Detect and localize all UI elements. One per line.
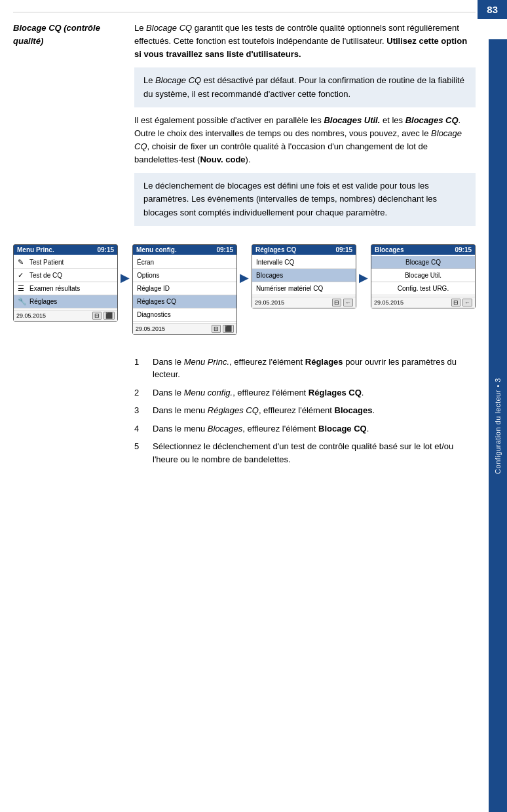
screen-reglages-cq: Réglages CQ 09:15 Intervalle CQ Blocages…	[252, 244, 356, 308]
screen1-item-test-cq[interactable]: ✓ Test de CQ	[14, 269, 117, 282]
screen2-item-ecran[interactable]: Écran	[133, 256, 236, 269]
screen1-body: ✎ Test Patient ✓ Test de CQ ☰ Examen rés…	[14, 255, 117, 310]
screen4-header: Blocages 09:15	[371, 245, 475, 255]
screen1-footer-icon2: ⬛	[103, 312, 115, 320]
screen4-footer-icon-back: ←	[462, 299, 472, 306]
numbered-list: 1 Dans le Menu Princ., effleurez l'éléme…	[0, 345, 489, 466]
examen-icon: ☰	[18, 284, 27, 293]
screen4-footer-icon1: ⊟	[451, 299, 460, 306]
list-item-4: 4 Dans le menu Blocages, effleurez l'élé…	[134, 422, 476, 435]
screen2-footer-icon1: ⊟	[212, 325, 221, 333]
screen3-item-blocages[interactable]: Blocages	[252, 269, 356, 282]
screen1-item-reglages[interactable]: 🔧 Réglages	[14, 295, 117, 308]
list-item-5: 5 Sélectionnez le déclenchement d'un tes…	[134, 440, 476, 466]
info-box-1: Le Blocage CQ est désactivé par défaut. …	[134, 67, 476, 107]
sidebar-label: Configuration du lecteur • 3	[494, 378, 502, 474]
arrow3: ▶	[359, 244, 368, 285]
screen4-body: Blocage CQ Blocage Util. Config. test UR…	[371, 255, 475, 297]
screen2-header: Menu config. 09:15	[133, 245, 236, 255]
screen-menu-princ: Menu Princ. 09:15 ✎ Test Patient ✓ Test …	[13, 244, 118, 322]
arrow2: ▶	[240, 244, 249, 285]
section-row: Blocage CQ (contrôle qualité) Le Blocage…	[0, 12, 489, 232]
screen2-body: Écran Options Réglage ID Réglages CQ Dia…	[133, 255, 236, 323]
list-item-1: 1 Dans le Menu Princ., effleurez l'éléme…	[134, 356, 476, 381]
screens-row: Menu Princ. 09:15 ✎ Test Patient ✓ Test …	[13, 244, 476, 335]
arrow1: ▶	[121, 244, 130, 285]
screen4-item-config-urg[interactable]: Config. test URG.	[371, 282, 475, 295]
screen3-item-intervalle[interactable]: Intervalle CQ	[252, 256, 356, 269]
screen1-item-test-patient[interactable]: ✎ Test Patient	[14, 256, 117, 269]
screen3-footer-icon1: ⊟	[332, 299, 341, 306]
screen1-footer-icon1: ⊟	[92, 312, 102, 320]
reglages-icon: 🔧	[18, 297, 27, 306]
screen2-item-diagnostics[interactable]: Diagnostics	[133, 308, 236, 322]
info-box-2: Le déclenchement de blocages est défini …	[134, 173, 476, 225]
section-heading: Blocage CQ (contrôle qualité)	[13, 22, 134, 232]
screen3-body: Intervalle CQ Blocages Numériser matérie…	[252, 255, 356, 297]
screen2-footer-icon2: ⬛	[223, 325, 234, 333]
screen1-item-examen[interactable]: ☰ Examen résultats	[14, 282, 117, 295]
screen3-footer: 29.05.2015 ⊟ ←	[252, 297, 356, 308]
list-item-3: 3 Dans le menu Réglages CQ, effleurez l'…	[134, 404, 476, 417]
screen4-footer: 29.05.2015 ⊟ ←	[371, 297, 475, 308]
screen3-footer-icon-back: ←	[343, 299, 353, 306]
test-cq-icon: ✓	[18, 271, 27, 280]
screen4-item-blocage-cq[interactable]: Blocage CQ	[371, 256, 475, 269]
screen3-item-numeriser[interactable]: Numériser matériel CQ	[252, 282, 356, 295]
screen2-item-reglages-cq[interactable]: Réglages CQ	[133, 295, 236, 308]
screen4-item-blocage-util[interactable]: Blocage Util.	[371, 269, 475, 282]
main-content: Blocage CQ (contrôle qualité) Le Blocage…	[0, 0, 489, 490]
screen2-item-reglage-id[interactable]: Réglage ID	[133, 282, 236, 295]
test-patient-icon: ✎	[18, 258, 27, 267]
screen1-header: Menu Princ. 09:15	[14, 245, 117, 255]
screen3-header: Réglages CQ 09:15	[252, 245, 356, 255]
screen2-item-options[interactable]: Options	[133, 269, 236, 282]
list-item-2: 2 Dans le Menu config., effleurez l'élém…	[134, 386, 476, 399]
screen2-footer: 29.05.2015 ⊟ ⬛	[133, 323, 236, 334]
section-body: Le Blocage CQ garantit que les tests de …	[134, 22, 476, 232]
sidebar-right: Configuration du lecteur • 3	[489, 39, 507, 812]
page-number: 83	[478, 0, 507, 19]
screen-blocages: Blocages 09:15 Blocage CQ Blocage Util. …	[371, 244, 476, 308]
screen-menu-config: Menu config. 09:15 Écran Options Réglage…	[132, 244, 237, 335]
instructions: 1 Dans le Menu Princ., effleurez l'éléme…	[134, 356, 476, 466]
screen1-footer: 29.05.2015 ⊟ ⬛	[14, 310, 117, 321]
